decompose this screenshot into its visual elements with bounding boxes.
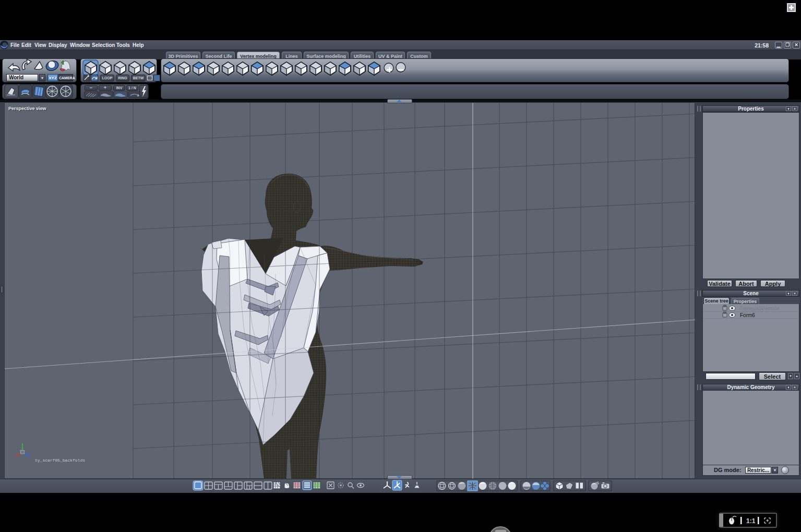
svg-text:Genesis3Female: Genesis3Female: [740, 306, 780, 311]
svg-text:1:1: 1:1: [746, 517, 756, 525]
svg-text:ty_scarf05_backfolds: ty_scarf05_backfolds: [35, 458, 85, 463]
svg-text:Form6: Form6: [740, 312, 755, 318]
